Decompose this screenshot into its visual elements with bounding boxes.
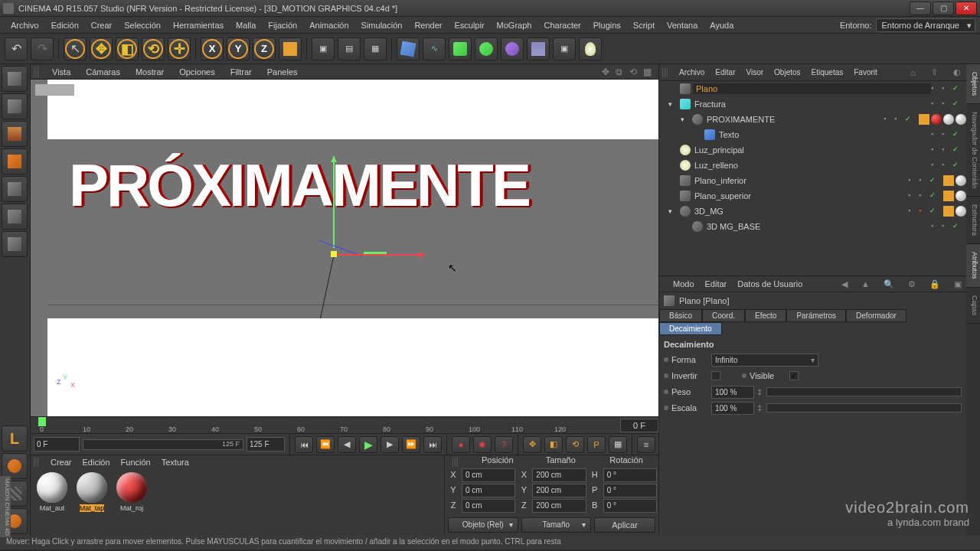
tree-row[interactable]: 3D MG_BASE ▪ ▪ ✓ <box>659 219 966 234</box>
menu-esculpir[interactable]: Esculpir <box>448 18 490 32</box>
material-tag[interactable] <box>943 114 954 125</box>
close-button[interactable]: ✕ <box>956 2 977 15</box>
view-vista[interactable]: Vista <box>44 66 78 78</box>
expand-icon[interactable]: ▾ <box>681 116 690 123</box>
render-vis-toggle[interactable]: ▪ <box>942 130 951 139</box>
view-mostrar[interactable]: Mostrar <box>128 66 172 78</box>
gizmo-origin[interactable] <box>331 251 337 257</box>
mat-menu-textura[interactable]: Textura <box>162 458 189 467</box>
current-frame-field[interactable]: 0 F <box>34 437 80 452</box>
enable-toggle[interactable]: ✓ <box>929 176 939 185</box>
rtab-estructura[interactable]: Estructura <box>966 197 980 244</box>
key-scale-button[interactable]: ◧ <box>544 436 563 453</box>
timeline-ruler[interactable]: 0 10 20 30 40 50 60 70 80 90 100 110 120… <box>31 416 658 433</box>
enable-toggle[interactable]: ✓ <box>905 115 914 124</box>
menu-script[interactable]: Script <box>627 18 661 32</box>
nav-back-icon[interactable]: ◀ <box>841 279 848 289</box>
object-name[interactable]: Luz_relleno <box>693 161 931 170</box>
enable-toggle[interactable]: ✓ <box>952 99 962 109</box>
lock2-icon[interactable]: 🔒 <box>929 279 940 289</box>
view-camaras[interactable]: Cámaras <box>78 66 128 78</box>
coord-size-select[interactable]: Tamaño <box>521 517 592 533</box>
rot-field[interactable]: 0 ° <box>603 484 657 497</box>
mat-menu-edicion[interactable]: Edición <box>83 458 110 467</box>
point-mode[interactable] <box>2 176 28 202</box>
material-item[interactable]: Mat_tap <box>74 472 110 533</box>
rtab-navegador[interactable]: Navegador de Contenido <box>966 104 980 197</box>
menu-plugins[interactable]: Plugins <box>587 18 627 32</box>
render-vis-toggle[interactable]: ▪ <box>942 99 951 109</box>
edge-mode[interactable] <box>2 204 28 230</box>
environment-tool[interactable] <box>527 37 550 60</box>
peso-field[interactable]: 100 % <box>711 386 754 399</box>
render-vis-toggle[interactable]: ▪ <box>942 161 951 170</box>
tab-parametros[interactable]: Parámetros <box>786 309 846 322</box>
tag-icon[interactable] <box>919 114 929 125</box>
object-name[interactable]: Plano_superior <box>693 191 908 201</box>
menu-ventana[interactable]: Ventana <box>661 18 704 32</box>
nav-rotate-icon[interactable]: ⟲ <box>629 67 640 77</box>
gizmo-plane[interactable] <box>364 252 387 254</box>
size-field[interactable]: 200 cm <box>532 468 586 482</box>
object-name[interactable]: 3D_MG <box>693 207 908 216</box>
forma-select[interactable]: Infinito <box>711 354 818 367</box>
enable-toggle[interactable]: ✓ <box>952 161 962 170</box>
editor-vis-toggle[interactable]: ▪ <box>931 84 940 93</box>
tree-row[interactable]: ▾ Fractura ▪ ▪ ✓ <box>659 96 966 112</box>
tree-row[interactable]: Plano_inferior ▪ ▪ ✓ <box>659 173 966 188</box>
key-rot-button[interactable]: ⟲ <box>566 436 584 453</box>
tab-basico[interactable]: Básico <box>659 309 702 322</box>
object-name[interactable]: 3D MG_BASE <box>705 222 931 231</box>
apply-button[interactable]: Aplicar <box>594 517 655 533</box>
tab-efecto[interactable]: Efecto <box>745 309 786 322</box>
obj-menu-visor[interactable]: Visor <box>746 68 763 77</box>
menu-mograph[interactable]: MoGraph <box>491 18 538 32</box>
enable-axis[interactable]: L <box>2 425 28 452</box>
menu-simulacion[interactable]: Simulación <box>355 18 409 32</box>
key-all-button[interactable]: ▦ <box>609 436 627 453</box>
tag-icon[interactable] <box>943 191 954 201</box>
editor-vis-toggle[interactable]: ▪ <box>931 130 940 139</box>
menu-edicion[interactable]: Edición <box>45 18 85 32</box>
tree-row[interactable]: Texto ▪ ▪ ✓ <box>659 127 966 142</box>
spline-tool[interactable]: ∿ <box>423 37 446 60</box>
editor-vis-toggle[interactable]: ▪ <box>908 191 917 201</box>
poly-mode[interactable] <box>2 231 28 257</box>
goto-end-button[interactable]: ⏭ <box>423 436 442 453</box>
enable-toggle[interactable]: ✓ <box>929 191 939 201</box>
menu-herramientas[interactable]: Herramientas <box>167 18 230 32</box>
enable-toggle[interactable]: ✓ <box>952 145 962 155</box>
select-tool[interactable]: ↖ <box>64 37 87 60</box>
pos-field[interactable]: 0 cm <box>462 499 515 513</box>
timeline-range-end[interactable]: 0 F <box>620 419 658 432</box>
object-name[interactable]: Plano <box>693 83 931 94</box>
redo-button[interactable]: ↷ <box>31 37 54 60</box>
nav-pan-icon[interactable]: ✥ <box>602 67 612 77</box>
play-button[interactable]: ▶ <box>359 436 377 453</box>
rtab-capas[interactable]: Capas <box>966 288 980 324</box>
snap-tool[interactable] <box>2 453 28 479</box>
menu-character[interactable]: Character <box>537 18 586 32</box>
object-name[interactable]: Texto <box>717 130 931 139</box>
pos-field[interactable]: 0 cm <box>462 468 515 482</box>
maximize-button[interactable]: ▢ <box>933 2 954 15</box>
key-options-button[interactable]: ? <box>495 436 513 453</box>
tree-row[interactable]: Luz_principal ▪ ▪ ✓ <box>659 142 966 158</box>
workplane-mode[interactable] <box>2 148 28 174</box>
obj-menu-objetos[interactable]: Objetos <box>774 68 800 77</box>
camera-tool[interactable]: ▣ <box>553 37 576 60</box>
deformer-tool[interactable] <box>501 37 524 60</box>
environment-select[interactable]: Entorno de Arranque <box>876 18 975 32</box>
editor-vis-toggle[interactable]: ▪ <box>931 222 940 231</box>
tree-row[interactable]: ▾ PROXIMAMENTE ▪ ▪ ✓ <box>659 112 966 127</box>
tree-row[interactable]: Plano_superior ▪ ▪ ✓ <box>659 188 966 204</box>
autokey-button[interactable]: ◉ <box>473 436 492 453</box>
rtab-atributos[interactable]: Atributos <box>966 244 980 288</box>
attr-menu-editar[interactable]: Editar <box>705 279 727 289</box>
menu-crear[interactable]: Crear <box>85 18 119 32</box>
nav-up-icon[interactable]: ▲ <box>861 279 870 289</box>
record-button[interactable]: ● <box>452 436 470 453</box>
gizmo-y-axis[interactable] <box>333 156 335 248</box>
lock-icon[interactable]: ⚙ <box>908 279 916 289</box>
material-tag[interactable] <box>956 191 966 201</box>
